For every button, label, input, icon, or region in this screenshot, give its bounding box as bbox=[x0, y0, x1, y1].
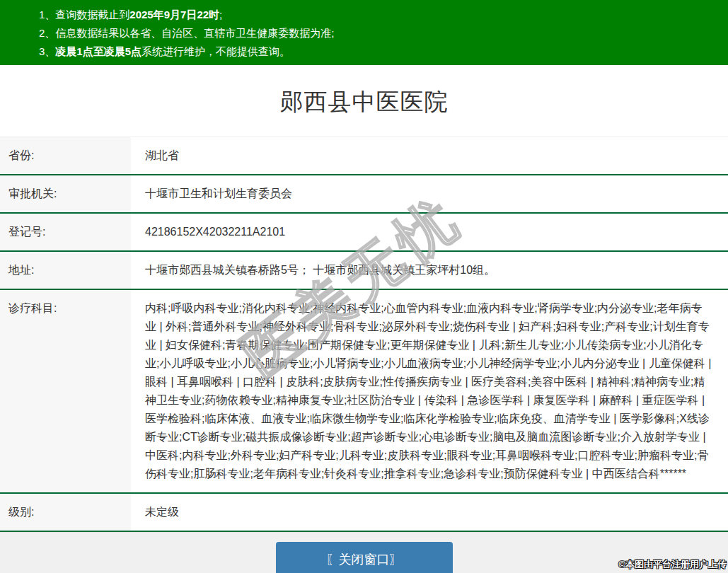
notice-bold-text: 凌晨1点至凌晨5点 bbox=[55, 45, 141, 57]
notice-number: 2、 bbox=[39, 27, 55, 39]
notice-text: 系统进行维护，不能提供查询。 bbox=[141, 45, 290, 57]
close-window-button[interactable]: 〖关闭窗口〗 bbox=[276, 542, 453, 573]
notice-number: 1、 bbox=[39, 8, 55, 21]
table-row-level: 级别: 未定级 bbox=[0, 493, 728, 531]
row-value: 十堰市郧西县城关镇春桥路5号； 十堰市郧西县城关镇王家坪村10组。 bbox=[131, 251, 728, 289]
row-value: 十堰市卫生和计划生育委员会 bbox=[131, 175, 728, 213]
row-value: 湖北省 bbox=[131, 137, 728, 175]
row-label: 诊疗科目: bbox=[0, 289, 131, 493]
row-label: 省份: bbox=[0, 137, 131, 175]
notice-bold-text: 2025年9月7日22时 bbox=[129, 8, 219, 21]
row-label: 地址: bbox=[0, 251, 131, 289]
row-label: 审批机关: bbox=[0, 175, 131, 213]
details-table: 省份: 湖北省 审批机关: 十堰市卫生和计划生育委员会 登记号: 4218615… bbox=[0, 137, 728, 532]
page-title: 郧西县中医医院 bbox=[0, 65, 728, 137]
notice-item-1: 1、查询数据截止到2025年9月7日22时; bbox=[39, 6, 714, 24]
row-label: 级别: bbox=[0, 493, 131, 531]
notice-text: 信息数据结果以各省、自治区、直辖市卫生健康委数据为准; bbox=[55, 27, 334, 39]
footer-bar: 〖关闭窗口〗 bbox=[0, 532, 728, 573]
table-row-address: 地址: 十堰市郧西县城关镇春桥路5号； 十堰市郧西县城关镇王家坪村10组。 bbox=[0, 251, 728, 289]
row-label: 登记号: bbox=[0, 213, 131, 251]
table-row-approval-authority: 审批机关: 十堰市卫生和计划生育委员会 bbox=[0, 175, 728, 213]
row-value: 未定级 bbox=[131, 493, 728, 531]
notice-number: 3、 bbox=[39, 45, 55, 57]
table-row-province: 省份: 湖北省 bbox=[0, 137, 728, 175]
notice-item-3: 3、凌晨1点至凌晨5点系统进行维护，不能提供查询。 bbox=[39, 42, 714, 61]
notice-text: ; bbox=[219, 8, 222, 21]
table-row-registration-number: 登记号: 42186152X42032211A2101 bbox=[0, 213, 728, 251]
row-value: 内科;呼吸内科专业;消化内科专业;神经内科专业;心血管内科专业;血液内科专业;肾… bbox=[131, 289, 728, 493]
table-row-medical-subjects: 诊疗科目: 内科;呼吸内科专业;消化内科专业;神经内科专业;心血管内科专业;血液… bbox=[0, 289, 728, 493]
row-value: 42186152X42032211A2101 bbox=[131, 213, 728, 251]
notice-banner: 1、查询数据截止到2025年9月7日22时; 2、信息数据结果以各省、自治区、直… bbox=[0, 0, 728, 65]
notice-item-2: 2、信息数据结果以各省、自治区、直辖市卫生健康委数据为准; bbox=[39, 24, 714, 42]
notice-text: 查询数据截止到 bbox=[55, 8, 129, 21]
